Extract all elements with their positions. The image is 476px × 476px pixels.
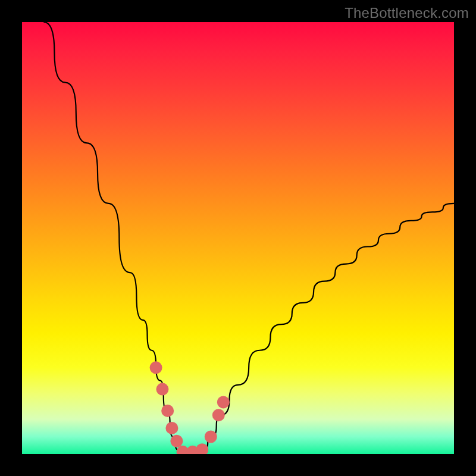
chart-container: TheBottleneck.com bbox=[0, 0, 476, 476]
watermark-text: TheBottleneck.com bbox=[345, 5, 469, 21]
highlight-marker bbox=[165, 422, 178, 434]
bottleneck-curve bbox=[43, 22, 454, 454]
highlight-marker bbox=[156, 383, 168, 396]
highlight-marker bbox=[170, 435, 183, 447]
bottleneck-curve-path bbox=[43, 22, 454, 454]
highlight-marker bbox=[212, 409, 225, 421]
highlight-marker bbox=[150, 361, 162, 374]
highlight-marker bbox=[196, 443, 208, 454]
highlight-markers bbox=[150, 361, 230, 454]
chart-svg bbox=[22, 22, 454, 454]
highlight-marker bbox=[217, 396, 230, 408]
highlight-marker bbox=[205, 430, 217, 443]
plot-area bbox=[22, 22, 454, 454]
highlight-marker bbox=[161, 405, 174, 417]
